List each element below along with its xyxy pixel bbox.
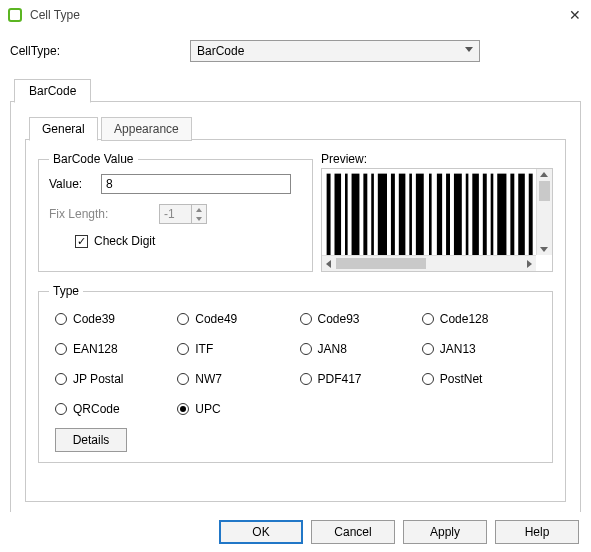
spinner-down-icon[interactable] — [192, 214, 206, 223]
type-radio-label: JP Postal — [73, 372, 123, 386]
fixlength-label: Fix Length: — [49, 207, 159, 221]
radio-icon — [422, 373, 434, 385]
checkdigit-label: Check Digit — [94, 234, 155, 248]
type-radio-nw7[interactable]: NW7 — [177, 372, 291, 386]
apply-button[interactable]: Apply — [403, 520, 487, 544]
cancel-button-label: Cancel — [334, 525, 371, 539]
type-radio-code49[interactable]: Code49 — [177, 312, 291, 326]
type-radio-label: ITF — [195, 342, 213, 356]
apply-button-label: Apply — [430, 525, 460, 539]
details-button-label: Details — [73, 433, 110, 447]
type-radio-label: PDF417 — [318, 372, 362, 386]
spinner-up-icon[interactable] — [192, 205, 206, 214]
tab-appearance[interactable]: Appearance — [101, 117, 192, 141]
type-radio-label: JAN13 — [440, 342, 476, 356]
type-radio-jan13[interactable]: JAN13 — [422, 342, 536, 356]
radio-icon — [177, 373, 189, 385]
action-bar: OK Cancel Apply Help — [0, 512, 591, 552]
type-legend: Type — [49, 284, 83, 298]
title-bar: Cell Type ✕ — [0, 0, 591, 28]
type-radio-label: NW7 — [195, 372, 222, 386]
tab-appearance-label: Appearance — [114, 122, 179, 136]
radio-icon — [422, 313, 434, 325]
celltype-combo[interactable]: BarCode — [190, 40, 480, 62]
inner-tabstrip: General Appearance — [25, 116, 566, 140]
radio-icon — [300, 343, 312, 355]
type-radio-label: Code49 — [195, 312, 237, 326]
celltype-selected: BarCode — [197, 44, 244, 58]
help-button-label: Help — [525, 525, 550, 539]
close-button[interactable]: ✕ — [553, 7, 581, 23]
tab-general-label: General — [42, 122, 85, 136]
type-radio-label: Code39 — [73, 312, 115, 326]
preview-vertical-scrollbar[interactable] — [536, 169, 552, 255]
radio-icon — [300, 313, 312, 325]
scroll-left-icon — [326, 260, 331, 268]
tab-barcode-label: BarCode — [29, 84, 76, 98]
radio-icon — [422, 343, 434, 355]
outer-tabstrip: BarCode — [10, 78, 581, 102]
tab-general[interactable]: General — [29, 117, 98, 141]
type-radio-label: EAN128 — [73, 342, 118, 356]
cancel-button[interactable]: Cancel — [311, 520, 395, 544]
type-radio-code39[interactable]: Code39 — [55, 312, 169, 326]
type-radio-postnet[interactable]: PostNet — [422, 372, 536, 386]
radio-icon — [55, 373, 67, 385]
radio-icon — [177, 403, 189, 415]
type-radio-upc[interactable]: UPC — [177, 402, 291, 416]
type-radio-label: UPC — [195, 402, 220, 416]
type-radio-pdf417[interactable]: PDF417 — [300, 372, 414, 386]
preview-label: Preview: — [321, 152, 553, 166]
radio-icon — [177, 313, 189, 325]
chevron-down-icon — [465, 47, 473, 52]
fixlength-input — [159, 204, 191, 224]
type-radio-code128[interactable]: Code128 — [422, 312, 536, 326]
outer-tab-pane: General Appearance BarCode Value Value: … — [10, 102, 581, 517]
type-radio-itf[interactable]: ITF — [177, 342, 291, 356]
type-radio-label: QRCode — [73, 402, 120, 416]
scroll-right-icon — [527, 260, 532, 268]
barcode-value-legend: BarCode Value — [49, 152, 138, 166]
type-radio-label: PostNet — [440, 372, 483, 386]
scroll-up-icon — [540, 172, 548, 177]
type-radio-label: Code93 — [318, 312, 360, 326]
help-button[interactable]: Help — [495, 520, 579, 544]
radio-icon — [55, 403, 67, 415]
celltype-row: CellType: BarCode — [10, 40, 581, 62]
value-label: Value: — [49, 177, 101, 191]
type-radio-code93[interactable]: Code93 — [300, 312, 414, 326]
scroll-down-icon — [540, 247, 548, 252]
type-radio-ean128[interactable]: EAN128 — [55, 342, 169, 356]
type-radio-qrcode[interactable]: QRCode — [55, 402, 169, 416]
scroll-thumb-v[interactable] — [539, 181, 550, 201]
radio-icon — [55, 343, 67, 355]
type-radio-label: JAN8 — [318, 342, 347, 356]
scroll-thumb-h[interactable] — [336, 258, 426, 269]
general-pane: BarCode Value Value: Fix Length: — [25, 140, 566, 502]
value-input[interactable] — [101, 174, 291, 194]
tab-barcode[interactable]: BarCode — [14, 79, 91, 103]
fixlength-spinner[interactable] — [159, 204, 207, 224]
celltype-label: CellType: — [10, 44, 190, 58]
checkdigit-checkbox[interactable] — [75, 235, 88, 248]
app-icon — [8, 8, 22, 22]
preview-box — [321, 168, 553, 272]
type-radio-jan8[interactable]: JAN8 — [300, 342, 414, 356]
radio-icon — [55, 313, 67, 325]
type-radio-label: Code128 — [440, 312, 489, 326]
ok-button-label: OK — [252, 525, 269, 539]
type-radio-jppostal[interactable]: JP Postal — [55, 372, 169, 386]
details-button[interactable]: Details — [55, 428, 127, 452]
preview-horizontal-scrollbar[interactable] — [322, 255, 536, 271]
radio-icon — [177, 343, 189, 355]
barcode-value-group: BarCode Value Value: Fix Length: — [38, 152, 313, 272]
radio-icon — [300, 373, 312, 385]
window-title: Cell Type — [30, 8, 553, 22]
ok-button[interactable]: OK — [219, 520, 303, 544]
type-group: Type Code39Code49Code93Code128EAN128ITFJ… — [38, 284, 553, 463]
